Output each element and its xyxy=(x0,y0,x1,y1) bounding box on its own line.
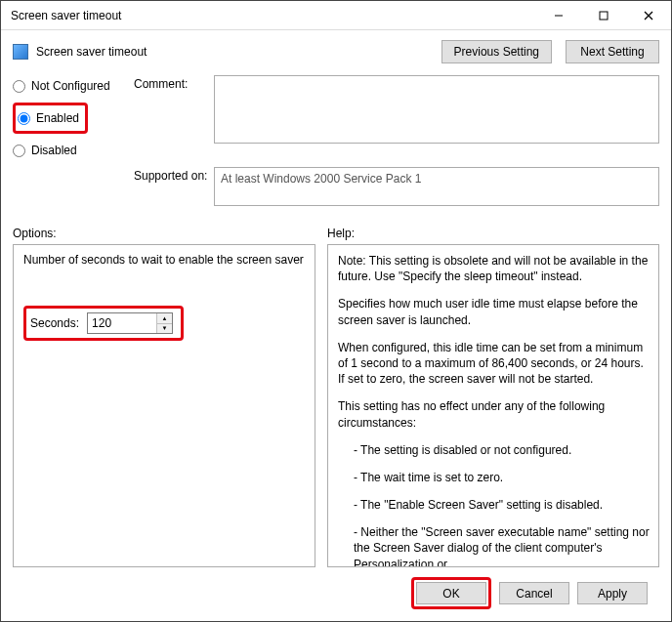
radio-not-configured[interactable]: Not Configured xyxy=(13,75,130,97)
minimize-icon xyxy=(554,11,564,21)
next-setting-button[interactable]: Next Setting xyxy=(566,40,659,63)
supported-textarea xyxy=(214,167,659,206)
help-text: - The setting is disabled or not configu… xyxy=(338,442,652,458)
minimize-button[interactable] xyxy=(536,1,581,30)
apply-button[interactable]: Apply xyxy=(577,582,648,604)
radio-not-configured-input[interactable] xyxy=(13,80,25,93)
radio-enabled-input[interactable] xyxy=(18,112,30,125)
seconds-label: Seconds: xyxy=(30,316,79,330)
maximize-button[interactable] xyxy=(581,1,626,30)
dialog-footer: OK Cancel Apply xyxy=(13,567,659,621)
options-label: Options: xyxy=(13,227,327,240)
close-button[interactable] xyxy=(626,1,671,30)
policy-icon xyxy=(13,44,28,60)
svg-rect-1 xyxy=(600,12,608,20)
spinner-up-button[interactable]: ▲ xyxy=(157,313,172,323)
radio-not-configured-label: Not Configured xyxy=(31,79,110,93)
highlight-ok: OK xyxy=(411,577,491,609)
radio-enabled-label: Enabled xyxy=(36,111,79,125)
header-row: Screen saver timeout Previous Setting Ne… xyxy=(1,30,671,71)
help-label: Help: xyxy=(327,227,355,240)
seconds-input[interactable] xyxy=(88,313,156,333)
ok-button[interactable]: OK xyxy=(416,582,486,604)
cancel-button[interactable]: Cancel xyxy=(499,582,569,604)
seconds-spinner[interactable]: ▲ ▼ xyxy=(87,312,173,334)
config-grid: Not Configured Enabled Disabled Comment: xyxy=(13,75,659,209)
radio-disabled-input[interactable] xyxy=(13,145,25,157)
section-labels: Options: Help: xyxy=(13,227,659,240)
highlight-seconds: Seconds: ▲ ▼ xyxy=(23,306,184,341)
radio-disabled[interactable]: Disabled xyxy=(13,140,130,161)
comment-label: Comment: xyxy=(134,75,210,91)
radio-disabled-label: Disabled xyxy=(31,144,77,157)
help-text: Note: This setting is obsolete and will … xyxy=(338,253,652,284)
comment-textarea[interactable] xyxy=(214,75,659,144)
help-text: - Neither the "Screen saver executable n… xyxy=(338,524,652,567)
help-text: - The wait time is set to zero. xyxy=(338,470,652,485)
window-title: Screen saver timeout xyxy=(11,9,536,22)
help-text: Specifies how much user idle time must e… xyxy=(338,296,652,327)
maximize-icon xyxy=(599,11,609,21)
close-icon xyxy=(644,11,653,21)
help-text: This setting has no effect under any of … xyxy=(338,398,652,430)
help-text: When configured, this idle time can be s… xyxy=(338,340,652,388)
help-panel[interactable]: Note: This setting is obsolete and will … xyxy=(327,244,659,567)
header-title: Screen saver timeout xyxy=(36,45,428,59)
spinner-down-button[interactable]: ▼ xyxy=(157,323,172,334)
highlight-enabled: Enabled xyxy=(13,103,88,134)
titlebar: Screen saver timeout xyxy=(1,1,671,30)
supported-label: Supported on: xyxy=(134,167,210,183)
help-text: - The "Enable Screen Saver" setting is d… xyxy=(338,497,652,513)
dialog-window: Screen saver timeout Screen saver timeou… xyxy=(0,0,672,622)
radio-enabled[interactable]: Enabled xyxy=(18,107,79,129)
previous-setting-button[interactable]: Previous Setting xyxy=(441,40,552,63)
options-description: Number of seconds to wait to enable the … xyxy=(23,253,305,267)
options-panel: Number of seconds to wait to enable the … xyxy=(13,244,315,567)
